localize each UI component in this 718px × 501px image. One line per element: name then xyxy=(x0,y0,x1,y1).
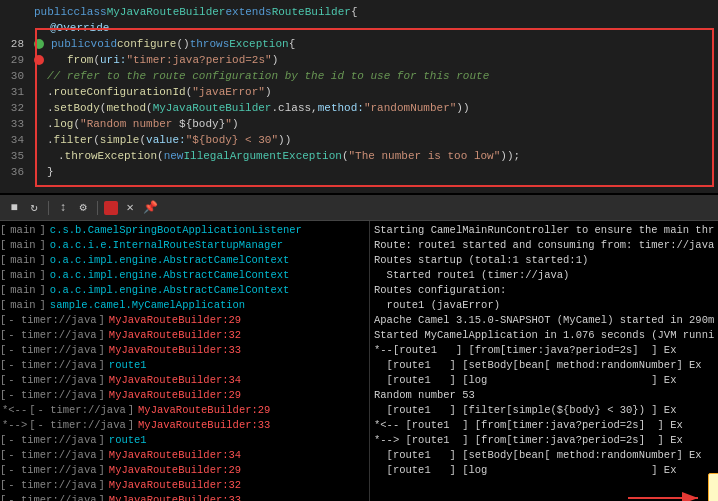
toolbar-separator xyxy=(48,201,49,215)
rerun-icon[interactable]: ↻ xyxy=(26,200,42,216)
list-item: [ - timer://java ] MyJavaRouteBuilder:33 xyxy=(0,493,369,501)
list-item: Routes startup (total:1 started:1) xyxy=(374,253,714,268)
list-item: [ - timer://java ] MyJavaRouteBuilder:33 xyxy=(0,343,369,358)
list-item xyxy=(374,478,714,493)
ln-35: 35 xyxy=(4,148,24,164)
code-line-28: public void configure () throws Exceptio… xyxy=(30,36,718,52)
list-item: [ main ] sample.camel.MyCamelApplication xyxy=(0,298,369,313)
list-item: *--> [route1 ] [from[timer:java?period=2… xyxy=(374,433,714,448)
breakpoint-icon xyxy=(34,55,44,65)
list-item: *--> [ - timer://java ] MyJavaRouteBuild… xyxy=(0,418,369,433)
run-stop-button[interactable] xyxy=(104,201,118,215)
code-content: public class MyJavaRouteBuilder extends … xyxy=(30,0,718,193)
list-item: *--[route1 ] [from[timer:java?period=2s]… xyxy=(374,343,714,358)
terminal-toolbar: ■ ↻ ↕ ⚙ ✕ 📌 xyxy=(0,195,718,221)
code-line-30: // refer to the route configuration by t… xyxy=(30,68,718,84)
list-item: [ - timer://java ] MyJavaRouteBuilder:34 xyxy=(0,373,369,388)
ln-36: 36 xyxy=(4,164,24,180)
code-line-31: . routeConfigurationId ( "javaError" ) xyxy=(30,84,718,100)
ln-28: 28 xyxy=(4,36,24,52)
code-editor: 28 29 30 31 32 33 34 35 36 public class … xyxy=(0,0,718,195)
list-item: [ - timer://java ] route1 xyxy=(0,358,369,373)
list-item: Starting CamelMainRunController to ensur… xyxy=(374,223,714,238)
list-item: [ - timer://java ] route1 xyxy=(0,433,369,448)
list-item: [route1 ] [log ] Ex xyxy=(374,463,714,478)
ln-30: 30 xyxy=(4,68,24,84)
log-left-panel: [ main ] c.s.b.CamelSpringBootApplicatio… xyxy=(0,221,370,501)
terminal-section: ■ ↻ ↕ ⚙ ✕ 📌 [ main ] c.s.b.CamelSpringBo… xyxy=(0,195,718,501)
clear-icon[interactable]: ✕ xyxy=(122,200,138,216)
code-line-36: } xyxy=(30,164,718,180)
list-item: Route: route1 started and consuming from… xyxy=(374,238,714,253)
list-item: [ main ] o.a.c.impl.engine.AbstractCamel… xyxy=(0,268,369,283)
list-item: [ main ] o.a.c.impl.engine.AbstractCamel… xyxy=(0,283,369,298)
list-item: [route1 ] [log ] Ex xyxy=(374,373,714,388)
terminal-body: [ main ] c.s.b.CamelSpringBootApplicatio… xyxy=(0,221,718,501)
list-item: [ main ] c.s.b.CamelSpringBootApplicatio… xyxy=(0,223,369,238)
ln-header xyxy=(4,4,24,20)
list-item: *<-- [ - timer://java ] MyJavaRouteBuild… xyxy=(0,403,369,418)
toolbar-separator-2 xyxy=(97,201,98,215)
list-item: [ - timer://java ] MyJavaRouteBuilder:32 xyxy=(0,328,369,343)
ln-29: 29 xyxy=(4,52,24,68)
code-line-header: public class MyJavaRouteBuilder extends … xyxy=(30,4,718,20)
list-item: [ main ] o.a.c.impl.engine.AbstractCamel… xyxy=(0,253,369,268)
list-item: Apache Camel 3.15.0-SNAPSHOT (MyCamel) s… xyxy=(374,313,714,328)
log-class-red: MyJavaRouteBuilder:29 xyxy=(105,313,241,328)
scroll-lock-icon[interactable]: ↕ xyxy=(55,200,71,216)
code-line-annotation: @Override xyxy=(30,20,718,36)
line-numbers: 28 29 30 31 32 33 34 35 36 xyxy=(0,0,30,193)
run-indicator-icon xyxy=(34,39,44,49)
list-item: [route1 ] [setBody[bean[ method:randomNu… xyxy=(374,448,714,463)
annotation-box: Logger name is the actual source code fi… xyxy=(708,473,718,501)
ln-34: 34 xyxy=(4,132,24,148)
stop-icon[interactable]: ■ xyxy=(6,200,22,216)
ln-31: 31 xyxy=(4,84,24,100)
list-item: [ - timer://java ] MyJavaRouteBuilder:29 xyxy=(0,463,369,478)
settings-icon[interactable]: ⚙ xyxy=(75,200,91,216)
list-item: Random number 53 xyxy=(374,388,714,403)
list-item: *<-- [route1 ] [from[timer:java?period=2… xyxy=(374,418,714,433)
list-item: [route1 ] [setBody[bean[ method:randomNu… xyxy=(374,358,714,373)
code-line-34: . filter ( simple ( value: "${body} < 30… xyxy=(30,132,718,148)
ln-33: 33 xyxy=(4,116,24,132)
list-item: [ main ] o.a.c.i.e.InternalRouteStartupM… xyxy=(0,238,369,253)
list-item xyxy=(374,493,714,501)
list-item: route1 (javaError) xyxy=(374,298,714,313)
list-item: [ - timer://java ] MyJavaRouteBuilder:32 xyxy=(0,478,369,493)
log-right-panel: Starting CamelMainRunController to ensur… xyxy=(370,221,718,501)
code-line-32: . setBody ( method ( MyJavaRouteBuilder … xyxy=(30,100,718,116)
pin-icon[interactable]: 📌 xyxy=(142,200,158,216)
code-line-29: from ( uri: "timer:java?period=2s" ) xyxy=(30,52,718,68)
ln-32: 32 xyxy=(4,100,24,116)
list-item: [ - timer://java ] MyJavaRouteBuilder:29 xyxy=(0,388,369,403)
list-item: Started MyCamelApplication in 1.076 seco… xyxy=(374,328,714,343)
ln-ann xyxy=(4,20,24,36)
list-item: [route1 ] [filter[simple(${body} < 30}) … xyxy=(374,403,714,418)
code-line-33: . log ( "Random number ${body}" ) xyxy=(30,116,718,132)
list-item: Started route1 (timer://java) xyxy=(374,268,714,283)
code-line-35: . throwException ( new IllegalArgumentEx… xyxy=(30,148,718,164)
list-item: [ - timer://java ] MyJavaRouteBuilder:34 xyxy=(0,448,369,463)
list-item: [ - timer://java ] MyJavaRouteBuilder:29 xyxy=(0,313,369,328)
list-item: Routes configuration: xyxy=(374,283,714,298)
